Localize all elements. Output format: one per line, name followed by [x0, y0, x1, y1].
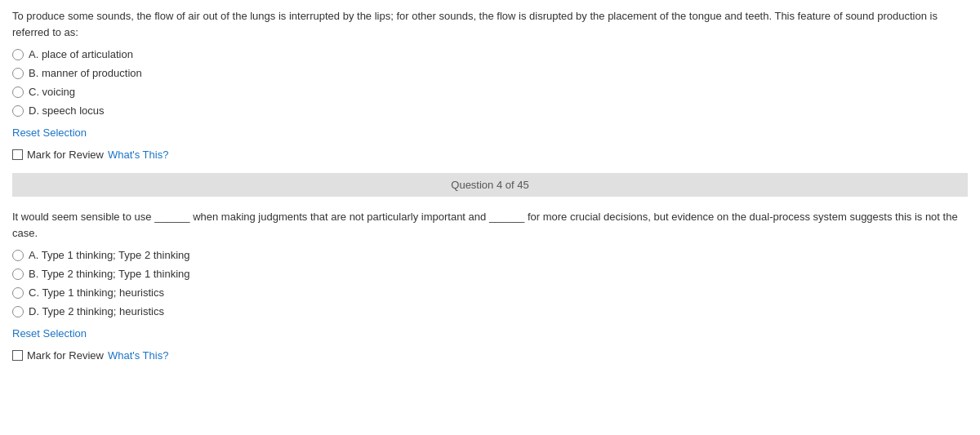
option-2b-row: B. Type 2 thinking; Type 1 thinking — [12, 268, 968, 280]
option-1c-radio[interactable] — [12, 87, 24, 98]
option-2a-row: A. Type 1 thinking; Type 2 thinking — [12, 249, 968, 261]
option-2a-label: A. Type 1 thinking; Type 2 thinking — [29, 249, 190, 261]
option-2d-label: D. Type 2 thinking; heuristics — [29, 305, 164, 317]
option-1b-radio[interactable] — [12, 68, 24, 79]
mark-review-1-label: Mark for Review — [27, 149, 104, 161]
question-2-block: It would seem sensible to use ______ whe… — [12, 209, 968, 362]
option-1d-radio[interactable] — [12, 105, 24, 117]
reset-selection-2[interactable]: Reset Selection — [12, 327, 87, 340]
option-2d-row: D. Type 2 thinking; heuristics — [12, 305, 968, 317]
option-2d-radio[interactable] — [12, 306, 24, 317]
mark-review-1-row: Mark for Review What's This? — [12, 149, 968, 161]
whats-this-1-link[interactable]: What's This? — [108, 149, 169, 161]
question-1-block: To produce some sounds, the flow of air … — [12, 8, 968, 161]
option-1a-radio[interactable] — [12, 49, 24, 60]
option-1a-label: A. place of articulation — [29, 48, 133, 60]
question-1-text: To produce some sounds, the flow of air … — [12, 8, 968, 40]
question-2-text: It would seem sensible to use ______ whe… — [12, 209, 968, 241]
option-2b-radio[interactable] — [12, 269, 24, 280]
option-2c-radio[interactable] — [12, 287, 24, 299]
mark-review-2-label: Mark for Review — [27, 349, 104, 362]
whats-this-2-link[interactable]: What's This? — [108, 349, 169, 362]
option-1d-row: D. speech locus — [12, 104, 968, 117]
option-1b-row: B. manner of production — [12, 67, 968, 79]
reset-selection-1[interactable]: Reset Selection — [12, 127, 87, 139]
option-2b-label: B. Type 2 thinking; Type 1 thinking — [29, 268, 190, 280]
option-1b-label: B. manner of production — [29, 67, 142, 79]
option-2c-row: C. Type 1 thinking; heuristics — [12, 286, 968, 299]
mark-review-2-row: Mark for Review What's This? — [12, 349, 968, 362]
mark-review-2-checkbox[interactable] — [12, 350, 23, 361]
mark-review-1-checkbox[interactable] — [12, 149, 23, 160]
option-1c-label: C. voicing — [29, 86, 75, 98]
option-2c-label: C. Type 1 thinking; heuristics — [29, 286, 164, 299]
question-divider: Question 4 of 45 — [12, 173, 968, 197]
option-1c-row: C. voicing — [12, 86, 968, 98]
option-2a-radio[interactable] — [12, 250, 24, 261]
option-1d-label: D. speech locus — [29, 104, 105, 117]
option-1a-row: A. place of articulation — [12, 48, 968, 60]
